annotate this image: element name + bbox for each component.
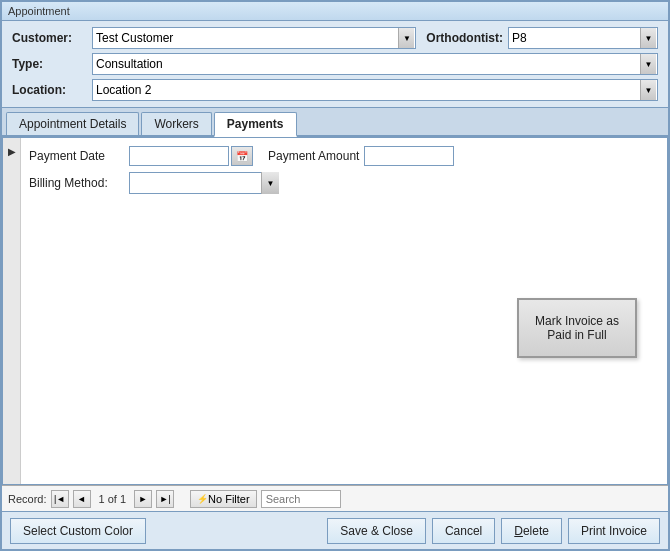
tab-appointment-details[interactable]: Appointment Details: [6, 112, 139, 135]
bottom-bar: Select Custom Color Save & Close Cancel …: [2, 511, 668, 549]
nav-prev-icon: ◄: [77, 494, 86, 504]
customer-select[interactable]: Test Customer: [92, 27, 416, 49]
location-select-wrapper: Location 2 ▼: [92, 79, 658, 101]
payment-amount-input[interactable]: [364, 146, 454, 166]
tabs-row: Appointment Details Workers Payments: [2, 108, 668, 137]
orthodontist-select[interactable]: P8: [508, 27, 658, 49]
nav-prev-button[interactable]: ◄: [73, 490, 91, 508]
filter-label: No Filter: [208, 493, 250, 505]
calendar-icon: 📅: [236, 151, 248, 162]
orthodontist-select-wrapper: P8 ▼: [508, 27, 658, 49]
orthodontist-section: Orthodontist: P8 ▼: [426, 27, 658, 49]
payment-date-amount-row: Payment Date 📅 Payment Amount: [29, 146, 659, 166]
orthodontist-label: Orthodontist:: [426, 31, 503, 45]
window-title-text: Appointment: [8, 5, 70, 17]
cancel-label: Cancel: [445, 524, 482, 538]
tab-payments[interactable]: Payments: [214, 112, 297, 137]
left-indicator: ▶: [3, 138, 21, 484]
record-counter: 1 of 1: [95, 493, 131, 505]
delete-button[interactable]: Delete: [501, 518, 562, 544]
no-filter-button[interactable]: ⚡ No Filter: [190, 490, 257, 508]
type-select-wrapper: Consultation ▼: [92, 53, 658, 75]
filter-icon: ⚡: [197, 494, 208, 504]
mark-invoice-paid-button[interactable]: Mark Invoice as Paid in Full: [517, 298, 637, 358]
payment-date-input[interactable]: [129, 146, 229, 166]
save-close-button[interactable]: Save & Close: [327, 518, 426, 544]
payment-amount-label: Payment Amount: [268, 149, 359, 163]
location-row: Location: Location 2 ▼: [12, 79, 658, 101]
payment-date-label: Payment Date: [29, 149, 129, 163]
billing-method-row: Billing Method: ▼: [29, 172, 659, 194]
print-invoice-button[interactable]: Print Invoice: [568, 518, 660, 544]
select-custom-color-button[interactable]: Select Custom Color: [10, 518, 146, 544]
appointment-window: Appointment Customer: Test Customer ▼ Or…: [0, 0, 670, 551]
location-select[interactable]: Location 2: [92, 79, 658, 101]
nav-last-button[interactable]: ►|: [156, 490, 174, 508]
search-input[interactable]: [261, 490, 341, 508]
select-custom-color-label: Select Custom Color: [23, 524, 133, 538]
form-section: Customer: Test Customer ▼ Orthodontist: …: [2, 21, 668, 108]
type-select[interactable]: Consultation: [92, 53, 658, 75]
delete-label: Delete: [514, 524, 549, 538]
content-area: ▶ Payment Date 📅 Payment Amount Billing …: [2, 137, 668, 485]
nav-first-button[interactable]: |◄: [51, 490, 69, 508]
mark-invoice-label: Mark Invoice as Paid in Full: [524, 314, 630, 342]
record-label: Record:: [8, 493, 47, 505]
billing-method-select-wrapper: ▼: [129, 172, 279, 194]
status-bar: Record: |◄ ◄ 1 of 1 ► ►| ⚡ No Filter: [2, 485, 668, 511]
nav-first-icon: |◄: [54, 494, 65, 504]
customer-label: Customer:: [12, 31, 92, 45]
record-indicator-arrow: ▶: [8, 146, 16, 157]
nav-next-button[interactable]: ►: [134, 490, 152, 508]
customer-row: Customer: Test Customer ▼ Orthodontist: …: [12, 27, 658, 49]
nav-next-icon: ►: [139, 494, 148, 504]
type-row: Type: Consultation ▼: [12, 53, 658, 75]
calendar-button[interactable]: 📅: [231, 146, 253, 166]
cancel-button[interactable]: Cancel: [432, 518, 495, 544]
type-label: Type:: [12, 57, 92, 71]
save-close-label: Save & Close: [340, 524, 413, 538]
nav-last-icon: ►|: [159, 494, 170, 504]
print-invoice-label: Print Invoice: [581, 524, 647, 538]
location-label: Location:: [12, 83, 92, 97]
tab-workers[interactable]: Workers: [141, 112, 211, 135]
customer-select-wrapper: Test Customer ▼: [92, 27, 416, 49]
billing-method-select[interactable]: [129, 172, 279, 194]
payment-content: Payment Date 📅 Payment Amount Billing Me…: [21, 138, 667, 484]
billing-method-label: Billing Method:: [29, 176, 129, 190]
window-title-bar: Appointment: [2, 2, 668, 21]
